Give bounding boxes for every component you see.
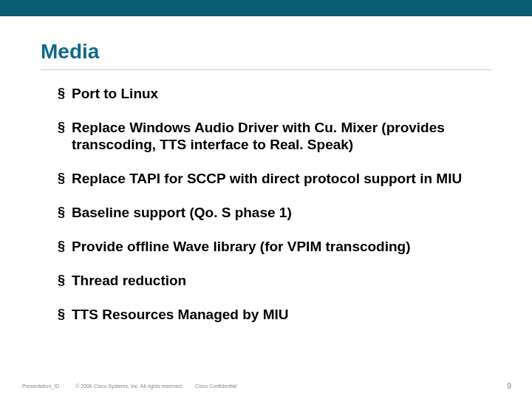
footer: Presentation_ID © 2006 Cisco Systems, In…: [22, 383, 510, 389]
title-divider: [41, 69, 491, 70]
slide: Media § Port to Linux § Replace Windows …: [0, 0, 532, 399]
list-item: § Baseline support (Qo. S phase 1): [58, 204, 482, 221]
bullet-text: Provide offline Wave library (for VPIM t…: [72, 238, 411, 255]
bullet-icon: §: [58, 170, 65, 186]
bullet-icon: §: [58, 272, 65, 288]
list-item: § Port to Linux: [58, 85, 482, 102]
presentation-id: Presentation_ID: [22, 383, 59, 389]
bullet-text: Replace TAPI for SCCP with direct protoc…: [72, 170, 462, 187]
bullet-icon: §: [58, 204, 65, 220]
bullet-icon: §: [58, 119, 65, 135]
bullet-text: TTS Resources Managed by MIU: [72, 306, 289, 323]
list-item: § Replace Windows Audio Driver with Cu. …: [58, 119, 482, 153]
bullet-text: Thread reduction: [72, 272, 186, 289]
slide-title: Media: [41, 40, 99, 64]
bullet-text: Replace Windows Audio Driver with Cu. Mi…: [72, 119, 482, 153]
bullet-icon: §: [58, 85, 65, 101]
list-item: § TTS Resources Managed by MIU: [58, 306, 482, 323]
copyright-text: © 2006 Cisco Systems, Inc. All rights re…: [75, 383, 183, 389]
confidential-label: Cisco Confidential: [195, 383, 236, 389]
page-number: 9: [507, 381, 511, 390]
bullet-list: § Port to Linux § Replace Windows Audio …: [58, 85, 482, 340]
bullet-text: Port to Linux: [72, 85, 158, 102]
bullet-icon: §: [58, 306, 65, 322]
list-item: § Provide offline Wave library (for VPIM…: [58, 238, 482, 255]
list-item: § Replace TAPI for SCCP with direct prot…: [58, 170, 482, 187]
bullet-icon: §: [58, 238, 65, 254]
top-accent-bar: [0, 0, 532, 16]
list-item: § Thread reduction: [58, 272, 482, 289]
bullet-text: Baseline support (Qo. S phase 1): [72, 204, 292, 221]
